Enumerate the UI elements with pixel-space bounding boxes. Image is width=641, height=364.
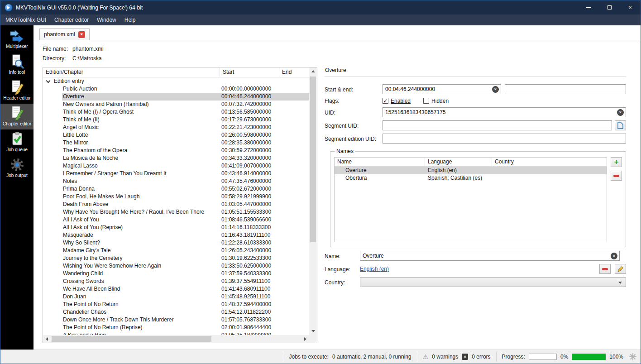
chapter-end (279, 154, 309, 162)
remove-language-button[interactable] (599, 264, 611, 274)
chapter-row[interactable]: Madame Giry's Tale 01:26:05.243400000 (43, 247, 309, 254)
sidebar-item-job-output[interactable]: Job output (0, 155, 33, 181)
clear-name-icon[interactable]: × (611, 253, 617, 259)
vertical-scrollbar[interactable] (309, 67, 317, 335)
horizontal-scrollbar[interactable] (43, 335, 309, 343)
edition-entry-row[interactable]: Edition entry (43, 77, 309, 85)
chapter-row[interactable]: The Phantom of the Opera 00:30:59.272000… (43, 147, 309, 154)
chapter-row[interactable]: Prima Donna 00:55:02.672000000 (43, 185, 309, 193)
chapter-name: Madame Giry's Tale (43, 247, 220, 254)
chapter-row[interactable]: Notes 00:47:35.476000000 (43, 177, 309, 185)
chapter-row[interactable]: Wishing You Were Somehow Here Again 01:3… (43, 262, 309, 270)
chapter-row[interactable]: Why Have You Brought Me Here? / Raoul, I… (43, 208, 309, 216)
column-header-edition-chapter[interactable]: Edition/Chapter (43, 67, 220, 77)
chapter-row[interactable]: Death From Above 01:03:05.447000000 (43, 201, 309, 208)
chapter-row[interactable]: The Mirror 00:28:35.380000000 (43, 139, 309, 147)
language-label: Language: (325, 266, 360, 273)
names-column-language[interactable]: Language (425, 158, 492, 166)
uid-input[interactable] (383, 107, 626, 117)
minimize-button[interactable] (578, 0, 599, 14)
start-time-input[interactable] (383, 84, 501, 94)
tab-phantom-xml[interactable]: phantom.xml × (39, 28, 90, 40)
country-select[interactable] (360, 277, 626, 287)
chapter-row[interactable]: Think of Me (II) 00:17:29.673000000 (43, 116, 309, 124)
scroll-right-icon[interactable] (304, 337, 306, 341)
chapter-row[interactable]: We Have All Been Blind 01:41:43.68091110… (43, 285, 309, 293)
end-time-input[interactable] (505, 84, 626, 94)
names-column-country[interactable]: Country (492, 158, 607, 166)
column-header-end[interactable]: End (279, 67, 309, 77)
chapter-end (279, 162, 309, 170)
chapter-start: 00:04:46.244000000 (220, 93, 279, 101)
names-table: Name Language Country Overture English (… (334, 157, 607, 242)
menu-help[interactable]: Help (120, 15, 140, 25)
chapter-row[interactable]: Poor Fool, He Makes Me Laugh 00:58:29.92… (43, 193, 309, 201)
sidebar-item-chapter-editor[interactable]: Chapter editor (0, 104, 33, 129)
chapter-row[interactable]: Down Once More / Track Down This Murdere… (43, 316, 309, 324)
chapter-row[interactable]: All I Ask of You 01:08:46.539066600 (43, 216, 309, 224)
sidebar-item-header-editor[interactable]: Header editor (0, 78, 33, 104)
chapter-row[interactable]: Think of Me (I) / Opera Ghost 00:13:56.5… (43, 108, 309, 116)
sidebar-item-label: Header editor (1, 96, 33, 101)
chapter-row[interactable]: Magical Lasso 00:41:09.007000000 (43, 162, 309, 170)
progress-label: Progress: (502, 354, 525, 360)
remove-name-button[interactable] (611, 171, 622, 181)
clear-uid-icon[interactable]: × (617, 109, 624, 116)
chapter-row[interactable]: Masquerade 01:16:43.181911100 (43, 231, 309, 239)
menu-mkvtoolnix-gui[interactable]: MKVToolNix GUI (1, 15, 50, 25)
browse-segment-uid-button[interactable] (615, 120, 626, 130)
menu-window[interactable]: Window (93, 15, 120, 25)
vertical-scrollbar-thumb[interactable] (310, 77, 316, 242)
chapter-name: Angel of Music (43, 124, 220, 131)
name-input[interactable] (360, 251, 620, 261)
language-link[interactable]: English (en) (360, 266, 389, 272)
chapter-end (279, 247, 309, 254)
chapter-row[interactable]: Overture 00:04:46.244000000 (43, 93, 309, 101)
chapter-end (279, 124, 309, 131)
edit-language-button[interactable] (615, 264, 626, 274)
sidebar-item-job-queue[interactable]: Job queue (0, 129, 33, 155)
add-name-button[interactable]: + (611, 157, 622, 167)
chapter-row[interactable]: Journey to the Cemetery 01:30:19.6225333… (43, 254, 309, 262)
chapter-row[interactable]: La Música de la Noche 00:34:33.320000000 (43, 154, 309, 162)
chapter-row[interactable]: New Owners and Patron (Hannibal) 00:07:3… (43, 101, 309, 108)
menu-chapter-editor[interactable]: Chapter editor (50, 15, 93, 25)
chapter-row[interactable]: Angel of Music 00:22:21.423000000 (43, 124, 309, 131)
segment-uid-input[interactable] (383, 120, 612, 130)
chapter-row[interactable]: The Point of No Return 01:48:37.59440000… (43, 301, 309, 308)
detail-title: Overture (325, 64, 626, 77)
hidden-checkbox[interactable]: Hidden (423, 98, 449, 104)
clear-start-icon[interactable]: × (492, 86, 499, 93)
chapter-row[interactable]: Don Juan 01:45:48.925911100 (43, 293, 309, 301)
warnings-count: 0 warnings (432, 354, 458, 360)
names-column-name[interactable]: Name (335, 158, 425, 166)
chapter-row[interactable]: Wandering Child 01:37:59.540333300 (43, 270, 309, 278)
scroll-left-icon[interactable] (46, 337, 48, 341)
horizontal-scrollbar-thumb[interactable] (52, 336, 211, 342)
sidebar-item-info-tool[interactable]: Info tool (0, 52, 33, 78)
chevron-down-icon[interactable] (46, 78, 51, 83)
chapter-row[interactable]: All I Ask of You (Reprise) 01:14:16.1183… (43, 224, 309, 231)
chapter-row[interactable]: Why So Silent? 01:22:28.610333300 (43, 239, 309, 247)
scroll-up-icon[interactable] (311, 70, 315, 72)
chapter-row[interactable]: Chandelier Chaos 01:54:12.011822200 (43, 308, 309, 316)
close-button[interactable]: × (620, 0, 641, 14)
name-row[interactable]: Overture English (en) (335, 167, 607, 174)
chapter-row[interactable]: Public Auction 00:00:00.000000000 (43, 85, 309, 93)
chapter-row[interactable]: I Remember / Stranger Than You Dreamt It… (43, 170, 309, 177)
segment-edition-uid-input[interactable] (383, 134, 626, 144)
name-row[interactable]: Obertura Spanish; Castilian (es) (335, 174, 607, 182)
enabled-checkbox[interactable]: ✓ Enabled (383, 98, 411, 104)
sidebar-item-multiplexer[interactable]: Multiplexer (0, 27, 33, 52)
chapter-name: The Mirror (43, 139, 220, 147)
column-header-start[interactable]: Start (220, 67, 279, 77)
scroll-down-icon[interactable] (311, 330, 315, 332)
chapter-row[interactable]: The Point of No Return (Reprise) 02:00:0… (43, 324, 309, 331)
chapter-row[interactable]: A Kiss and a Ring 02:05:25.184333300 (43, 331, 309, 335)
chapter-start: 00:26:00.598000000 (220, 131, 279, 139)
chapter-end (279, 316, 309, 324)
chapter-row[interactable]: Little Lotte 00:26:00.598000000 (43, 131, 309, 139)
chapter-row[interactable]: Crossing Swords 01:39:37.554911100 (43, 278, 309, 285)
maximize-button[interactable] (599, 0, 620, 14)
tab-close-button[interactable]: × (78, 31, 85, 38)
